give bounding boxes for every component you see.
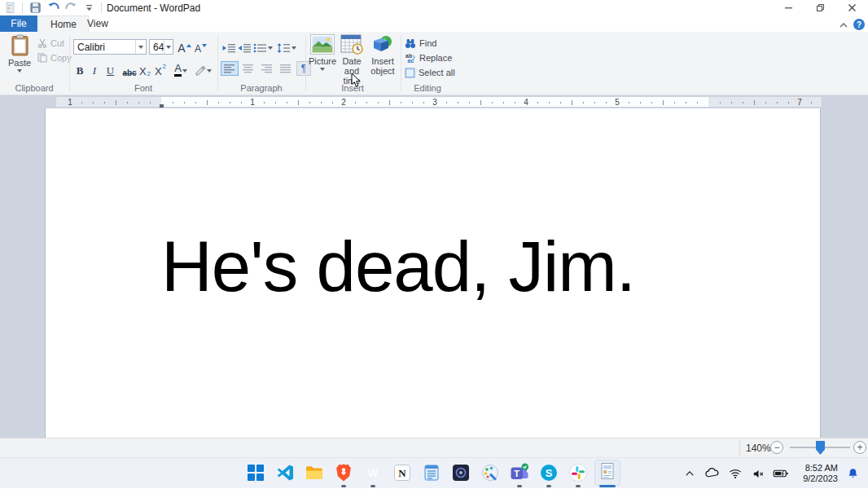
font-color-button[interactable]: A (172, 61, 190, 77)
customize-qat-dropdown-icon[interactable] (81, 1, 96, 15)
skype-icon: S (539, 463, 559, 482)
redo-icon[interactable] (64, 1, 78, 15)
align-left-button[interactable] (221, 61, 239, 76)
ruler-tick (321, 102, 322, 104)
notepad-icon (422, 463, 441, 482)
align-center-button[interactable] (239, 61, 257, 76)
document-text[interactable]: He's dead, Jim. (161, 231, 635, 302)
select-all-button[interactable]: Select all (405, 66, 455, 79)
taskbar-vscode-button[interactable] (270, 458, 300, 489)
italic-button[interactable]: I (90, 62, 99, 77)
tab-file[interactable]: File (0, 15, 37, 32)
highlighter-pen-icon (194, 64, 206, 77)
strikethrough-button[interactable]: abc (121, 62, 138, 77)
align-right-button[interactable] (258, 61, 276, 76)
taskbar-skype-button[interactable]: S (534, 458, 563, 489)
ruler-tick (446, 102, 447, 104)
taskbar-explorer-button[interactable] (300, 458, 329, 489)
replace-button[interactable]: abac Replace (405, 51, 452, 64)
font-size-select[interactable]: 64 (149, 39, 173, 55)
taskbar-brave-button[interactable] (329, 458, 358, 489)
picture-button[interactable]: Picture (308, 34, 337, 71)
line-spacing-button[interactable] (277, 42, 296, 55)
bold-button[interactable]: B (74, 62, 85, 77)
ruler-tick (492, 102, 493, 104)
superscript-button[interactable]: X2 (154, 62, 167, 77)
zoom-slider-thumb[interactable] (816, 441, 825, 455)
copy-icon (37, 53, 47, 63)
divider (739, 440, 740, 456)
slack-icon (568, 463, 588, 482)
taskbar-wordpad-button[interactable] (593, 458, 622, 489)
taskbar-teams-button[interactable]: T (505, 458, 534, 489)
zoom-out-button[interactable]: − (770, 441, 783, 454)
ruler-tick (788, 102, 789, 104)
ruler-tick (195, 102, 196, 104)
tray-clock[interactable]: 8:52 AM 9/2/2023 (796, 463, 838, 484)
save-icon[interactable] (28, 1, 42, 15)
minimize-button[interactable] (773, 0, 804, 15)
word-icon: W (363, 463, 383, 482)
wifi-icon[interactable] (726, 465, 744, 482)
ruler-tick (629, 102, 629, 104)
close-button[interactable] (836, 0, 868, 15)
ruler-tick (663, 100, 664, 105)
taskbar-start-button[interactable] (241, 458, 270, 489)
ruler-tick (560, 102, 561, 104)
notion-icon: N (392, 463, 412, 482)
battery-charging-icon[interactable] (772, 465, 790, 482)
restore-button[interactable] (804, 0, 836, 15)
find-button[interactable]: Find (405, 37, 436, 50)
status-bar: 140% − + (0, 438, 868, 457)
ruler-tick (480, 100, 481, 105)
copy-button[interactable]: Copy (37, 51, 72, 64)
tab-view[interactable]: View (76, 15, 120, 32)
taskbar-slack-button[interactable] (563, 458, 593, 489)
decrease-indent-button[interactable] (222, 42, 235, 55)
ruler-tick (218, 102, 219, 104)
zoom-level: 140% (746, 443, 771, 454)
shrink-arrow-icon (202, 44, 207, 47)
ruler-tick (606, 102, 607, 104)
cut-button[interactable]: Cut (37, 37, 64, 50)
taskbar-darkapp-button[interactable] (446, 458, 476, 489)
highlight-color-button[interactable] (193, 61, 213, 77)
ruler-tick (241, 102, 242, 104)
tray-chevron-up-icon[interactable] (681, 465, 699, 482)
insert-object-button[interactable]: Insert object (368, 34, 397, 76)
list-button[interactable] (253, 42, 273, 55)
paste-button[interactable]: Paste (6, 34, 33, 73)
paste-clipboard-icon (11, 34, 28, 56)
grow-arrow-icon (186, 44, 191, 47)
collapse-ribbon-icon[interactable] (839, 17, 848, 32)
ruler-tick (515, 102, 515, 104)
align-left-icon (224, 64, 235, 73)
zoom-slider-track[interactable] (790, 447, 850, 448)
ruler-tick (549, 102, 550, 104)
grow-font-button[interactable]: A (178, 39, 191, 55)
onedrive-cloud-icon[interactable] (704, 465, 721, 482)
replace-icon: abac (405, 52, 416, 64)
ruler-row: 1123457 (0, 95, 868, 108)
vscode-icon (275, 463, 295, 482)
help-icon[interactable]: ? (853, 19, 865, 30)
taskbar-word-button[interactable]: W (358, 458, 388, 489)
notification-bell-icon[interactable] (844, 465, 861, 482)
line-spacing-icon (277, 43, 290, 53)
taskbar-notepad-button[interactable] (417, 458, 446, 489)
increase-indent-button[interactable] (238, 42, 251, 55)
ruler-tick (184, 102, 185, 104)
font-family-select[interactable]: Calibri (73, 39, 147, 55)
justify-button[interactable] (277, 61, 295, 76)
zoom-in-button[interactable]: + (853, 441, 866, 454)
volume-muted-icon[interactable] (749, 465, 767, 482)
shrink-font-button[interactable]: A (194, 39, 208, 55)
underline-button[interactable]: U (105, 62, 116, 77)
undo-icon[interactable] (46, 1, 60, 15)
taskbar-paint-button[interactable] (476, 458, 505, 489)
document-page[interactable]: He's dead, Jim. (45, 108, 821, 438)
taskbar-notion-button[interactable]: N (388, 458, 417, 489)
ruler-tick (686, 102, 686, 104)
indent-marker[interactable] (160, 104, 164, 108)
subscript-button[interactable]: X2 (138, 62, 151, 77)
